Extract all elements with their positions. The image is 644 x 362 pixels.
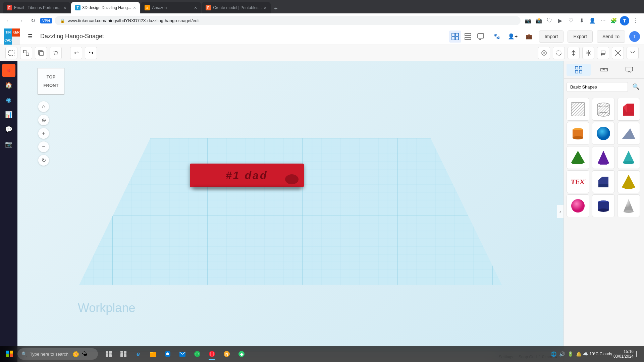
camera-button[interactable] bbox=[553, 47, 565, 59]
shape-wedge-yellow[interactable] bbox=[617, 170, 640, 193]
export-button[interactable]: Export bbox=[568, 31, 592, 43]
sendto-button[interactable]: Send To bbox=[597, 31, 625, 43]
design-name[interactable]: Dazzling Hango-Snaget bbox=[40, 33, 445, 40]
taskbar-mail[interactable] bbox=[176, 347, 189, 361]
sidebar-instagram-icon[interactable]: 📷 bbox=[2, 137, 15, 151]
shape-pyramid-green[interactable] bbox=[567, 146, 589, 169]
adjust-button[interactable] bbox=[627, 47, 639, 59]
screen-capture-icon[interactable]: 📷 bbox=[523, 16, 533, 25]
tab-printables-close[interactable]: × bbox=[264, 5, 266, 10]
panel-tab-ruler[interactable] bbox=[592, 64, 616, 76]
sidebar-active-icon[interactable]: ◉ bbox=[2, 93, 15, 107]
taskbar-store[interactable] bbox=[161, 347, 174, 361]
zoom-out-button[interactable]: − bbox=[38, 141, 49, 152]
shapes-dropdown[interactable]: Basic Shapes bbox=[567, 82, 628, 92]
menu-lines-button[interactable]: ☰ bbox=[24, 31, 36, 43]
rotate-button[interactable]: ↻ bbox=[38, 155, 49, 166]
shape-box-hole[interactable] bbox=[567, 98, 589, 121]
tab-tinkercad[interactable]: T 3D design Dazzling Hang... × bbox=[71, 2, 140, 13]
chat-view-button[interactable] bbox=[475, 31, 487, 43]
shape-cylinder-navy[interactable] bbox=[592, 194, 615, 217]
tab-printables[interactable]: P Create model | Printables... × bbox=[202, 2, 270, 13]
back-button[interactable]: ← bbox=[4, 16, 13, 25]
taskbar-norton[interactable]: N bbox=[220, 347, 233, 361]
refresh-button[interactable]: ↻ bbox=[28, 16, 38, 25]
shape-sphere-blue[interactable] bbox=[592, 122, 615, 145]
add-user-button[interactable]: 👤+ bbox=[507, 31, 519, 43]
settings-icon[interactable]: ⋯ bbox=[598, 16, 608, 25]
play-icon[interactable]: ▶ bbox=[555, 16, 565, 25]
grid-view-button[interactable] bbox=[449, 31, 461, 43]
new-tab-button[interactable]: + bbox=[271, 4, 281, 13]
tab-amazon[interactable]: a Amazon × bbox=[141, 2, 201, 13]
favorites-icon[interactable]: ♡ bbox=[566, 16, 576, 25]
tab-tinkercad-close[interactable]: × bbox=[133, 5, 136, 10]
sidebar-brand-icon[interactable]: 🔴 bbox=[2, 64, 15, 77]
redo-button[interactable]: ↪ bbox=[85, 47, 97, 59]
tab-email-close[interactable]: × bbox=[63, 5, 66, 10]
sidebar-home-icon[interactable]: 🏠 bbox=[2, 78, 15, 92]
menu-icon[interactable]: ⋮ bbox=[631, 16, 640, 25]
view-cube[interactable]: TOP FRONT bbox=[38, 68, 64, 95]
panel-tab-grid[interactable] bbox=[567, 64, 591, 76]
volume-icon[interactable]: 🔊 bbox=[559, 351, 565, 357]
suitcase-button[interactable]: 💼 bbox=[523, 31, 535, 43]
shape-pyramid-purple[interactable] bbox=[592, 146, 615, 169]
shape-cylinder-orange[interactable] bbox=[567, 122, 589, 145]
taskbar-app7[interactable]: ◆ bbox=[235, 347, 248, 361]
start-button[interactable] bbox=[3, 347, 16, 361]
profile-avatar[interactable]: T bbox=[620, 16, 629, 25]
taskbar-widgets[interactable] bbox=[117, 347, 130, 361]
mirror-button[interactable] bbox=[582, 47, 594, 59]
taskbar-spotify[interactable] bbox=[191, 347, 204, 361]
ungroup-button[interactable] bbox=[20, 47, 32, 59]
sidebar-message-icon[interactable]: 💬 bbox=[2, 123, 15, 136]
workplane-button[interactable] bbox=[538, 47, 550, 59]
taskbar-taskview[interactable] bbox=[102, 347, 115, 361]
home-view-button[interactable]: ⌂ bbox=[38, 101, 49, 112]
shape-box-red[interactable] bbox=[617, 98, 640, 121]
import-button[interactable]: Import bbox=[539, 31, 564, 43]
tab-amazon-close[interactable]: × bbox=[194, 5, 197, 10]
model-container[interactable]: #1 dad bbox=[190, 164, 304, 187]
show-desktop-button[interactable]: ▏ bbox=[635, 351, 641, 357]
zoom-in-button[interactable]: + bbox=[38, 128, 49, 139]
extensions-icon[interactable]: 🧩 bbox=[609, 16, 619, 25]
duplicate-button[interactable] bbox=[35, 47, 47, 59]
shield-icon[interactable]: 🛡 bbox=[545, 16, 554, 25]
taskbar-opera[interactable] bbox=[205, 347, 219, 361]
download-icon[interactable]: ⬇ bbox=[577, 16, 586, 25]
battery-icon[interactable]: 🔋 bbox=[568, 351, 573, 357]
profile-icon[interactable]: 👤 bbox=[588, 16, 597, 25]
shape-box-navy[interactable] bbox=[592, 170, 615, 193]
align-button[interactable] bbox=[568, 47, 580, 59]
network-icon[interactable]: 🌐 bbox=[551, 351, 556, 357]
camera-icon[interactable]: 📸 bbox=[534, 16, 543, 25]
tab-email[interactable]: E Email - Tiberius Portman... × bbox=[3, 2, 70, 13]
notification-icon[interactable]: 🔔 bbox=[576, 351, 582, 357]
collapse-panel-button[interactable]: › bbox=[557, 205, 564, 218]
taskbar-weather[interactable]: ☁️ 10°C Cloudy bbox=[583, 352, 612, 356]
taskbar-explorer[interactable] bbox=[146, 347, 160, 361]
flip-button[interactable] bbox=[597, 47, 609, 59]
taskbar-edge[interactable]: e bbox=[131, 347, 145, 361]
search-shapes-button[interactable]: 🔍 bbox=[631, 81, 641, 92]
fit-view-button[interactable]: ⊕ bbox=[38, 115, 49, 125]
list-view-button[interactable] bbox=[462, 31, 474, 43]
bear-icon-button[interactable]: 🐾 bbox=[491, 31, 503, 43]
shape-sphere-pink[interactable] bbox=[567, 194, 589, 217]
tinkercad-logo[interactable]: TIN KER CAD bbox=[4, 28, 20, 45]
panel-tab-chat[interactable] bbox=[617, 64, 641, 76]
viewport[interactable]: Workplane TOP FRONT ⌂ ⊕ + − ↻ bbox=[17, 61, 564, 362]
sidebar-analytics-icon[interactable]: 📊 bbox=[2, 108, 15, 121]
group-button[interactable] bbox=[5, 47, 17, 59]
shape-wedge-blue[interactable] bbox=[617, 122, 640, 145]
shape-cylinder-hole[interactable] bbox=[592, 98, 615, 121]
delete-button[interactable] bbox=[50, 47, 62, 59]
url-bar[interactable]: 🔒 www.tinkercad.com/things/lbdYNXD7l2X-d… bbox=[55, 16, 521, 25]
model-3d[interactable]: #1 dad bbox=[190, 164, 304, 187]
taskbar-search-bar[interactable]: 🔍 Type here to search 🌼 🌤 bbox=[17, 348, 98, 360]
shape-cone-teal[interactable] bbox=[617, 146, 640, 169]
user-avatar[interactable]: T bbox=[629, 31, 640, 42]
taskbar-time[interactable]: 15:16 03/01/2024 bbox=[613, 349, 634, 359]
